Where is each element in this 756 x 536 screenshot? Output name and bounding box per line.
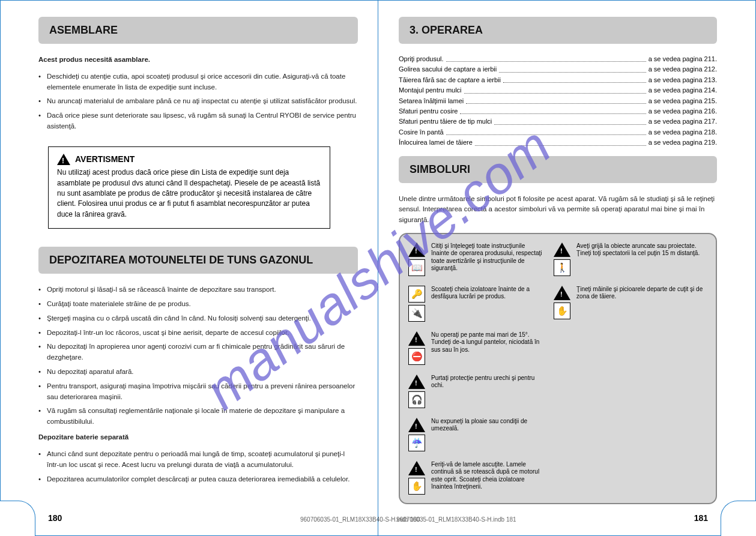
nostep-icon: ⛔: [408, 348, 425, 365]
bullet: Atunci când sunt depozitate pentru o per…: [38, 449, 358, 471]
symbol-text: Nu operaţi pe pante mai mari de 15°. Tun…: [431, 331, 543, 354]
symbol-row: 🚶Aveţi grijă la obiecte aruncate sau pro…: [554, 242, 707, 276]
heading-assemble: ASEMBLARE: [38, 17, 358, 44]
book-icon: 📖: [408, 259, 425, 276]
symbol-row: 🔑🔌Scoateţi cheia izolatoare înainte de a…: [408, 286, 543, 322]
symbol-text: Purtaţi protecţie pentru urechi şi pentr…: [431, 375, 543, 390]
bullet: Vă rugăm să consultaţi reglementările na…: [38, 406, 358, 427]
bullet: Curăţaţi toate materialele străine de pe…: [38, 299, 358, 310]
toc-row: Setarea înălţimii lameia se vedea pagina…: [399, 97, 717, 106]
symbol-row: 📖Citiţi şi înţelegeţi toate instrucţiuni…: [408, 242, 543, 276]
bullet: Depozitarea acumulatorilor complet descă…: [38, 474, 358, 485]
bullet: Dacă orice piese sunt deteriorate sau li…: [38, 110, 358, 132]
symbol-text: Feriţi-vă de lamele ascuţite. Lamele con…: [431, 461, 543, 491]
plug-icon: 🔌: [408, 305, 425, 322]
blade-icon: ✋: [408, 478, 425, 495]
bullet: Nu depozitaţi în apropierea unor agenţi …: [38, 342, 358, 363]
bullet: Nu depozitaţi aparatul afară.: [38, 367, 358, 378]
warning-triangle-icon: [554, 286, 570, 300]
bullet: Nu aruncaţi materialul de ambalare până …: [38, 96, 358, 107]
warning-triangle-icon: [57, 154, 70, 165]
page-num-left: 180: [48, 513, 62, 523]
symbols-intro: Unele dintre următoarele simboluri pot f…: [399, 194, 717, 226]
footer-code-right: 960706035-01_RLM18X33B40-S-H.indb 181: [396, 516, 516, 523]
symbol-text: Ţineţi mâinile şi picioarele departe de …: [576, 286, 707, 301]
toc-row: Montajul pentru mulcia se vedea pagina 2…: [399, 86, 717, 95]
left-page: ASEMBLARE Acest produs necesită asamblar…: [12, 0, 378, 536]
symbol-row: 🎧Purtaţi protecţie pentru urechi şi pent…: [408, 375, 543, 408]
bullet: Deschideţi cu atenţie cutia, apoi scoate…: [38, 71, 358, 93]
bullet: Depozitaţi-l într-un loc răcoros, uscat …: [38, 328, 358, 339]
bullet: Opriţi motorul şi lăsaţi-l să se răceasc…: [38, 285, 358, 295]
symbol-row: ☔Nu expuneţi la ploaie sau condiţii de u…: [408, 418, 543, 451]
bullet: Ştergeţi maşina cu o cârpă uscată din câ…: [38, 313, 358, 324]
symbol-row: ✋Ţineţi mâinile şi picioarele departe de…: [554, 286, 707, 319]
warning-triangle-icon: [408, 242, 425, 257]
toc-row: Sfaturi pentru cosirea se vedea pagina 2…: [399, 107, 717, 116]
ear-icon: 🎧: [408, 391, 425, 408]
warning-triangle-icon: [408, 331, 425, 346]
para-requires: Acest produs necesită asamblare.: [38, 55, 358, 65]
hand-icon: ✋: [554, 303, 570, 319]
symbol-row: ✋Feriţi-vă de lamele ascuţite. Lamele co…: [408, 461, 543, 495]
warning-triangle-icon: [408, 375, 425, 389]
symbol-text: Citiţi şi înţelegeţi toate instrucţiunil…: [431, 242, 543, 273]
heading-ops: 3. OPERAREA: [399, 17, 717, 44]
rain-icon: ☔: [408, 435, 425, 451]
toc-row: Opriţi produsul.a se vedea pagina 211.: [399, 55, 717, 64]
warning-triangle-icon: [408, 461, 425, 475]
battery-heading: Depozitare baterie separată: [38, 432, 358, 443]
toc-row: Înlocuirea lamei de tăierea se vedea pag…: [399, 138, 717, 147]
heading-storage: DEPOZITAREA MOTOUNELTEI DE TUNS GAZONUL: [38, 247, 358, 274]
warning-title: AVERTISMENT: [75, 153, 135, 165]
page-num-right: 181: [694, 513, 708, 523]
toc-row: Tăierea fără sac de captare a ierbiia se…: [399, 76, 717, 85]
right-page: 3. OPERAREA Opriţi produsul.a se vedea p…: [378, 0, 743, 536]
bullet: Pentru transport, asiguraţi maşina împot…: [38, 381, 358, 403]
warning-triangle-icon: [408, 418, 425, 432]
key-icon: 🔑: [408, 286, 425, 303]
person-icon: 🚶: [554, 259, 570, 276]
symbol-text: Scoateţi cheia izolatoare înainte de a d…: [431, 286, 543, 301]
toc-row: Sfaturi pentru tăiere de tip mulcia se v…: [399, 117, 717, 126]
warning-triangle-icon: [554, 242, 570, 257]
toc-row: Golirea sacului de captare a ierbiia se …: [399, 65, 717, 74]
symbol-row: ⛔Nu operaţi pe pante mai mari de 15°. Tu…: [408, 331, 543, 365]
warning-text: Nu utilizaţi acest produs dacă orice pie…: [57, 167, 321, 220]
warning-box: AVERTISMENT Nu utilizaţi acest produs da…: [48, 146, 330, 229]
toc-row: Cosire în pantăa se vedea pagina 218.: [399, 128, 717, 137]
heading-symbols: SIMBOLURI: [399, 156, 717, 183]
symbol-text: Aveţi grijă la obiecte aruncate sau proi…: [576, 242, 707, 257]
symbol-text: Nu expuneţi la ploaie sau condiţii de um…: [431, 418, 543, 433]
symbols-panel: 📖Citiţi şi înţelegeţi toate instrucţiuni…: [399, 233, 717, 504]
